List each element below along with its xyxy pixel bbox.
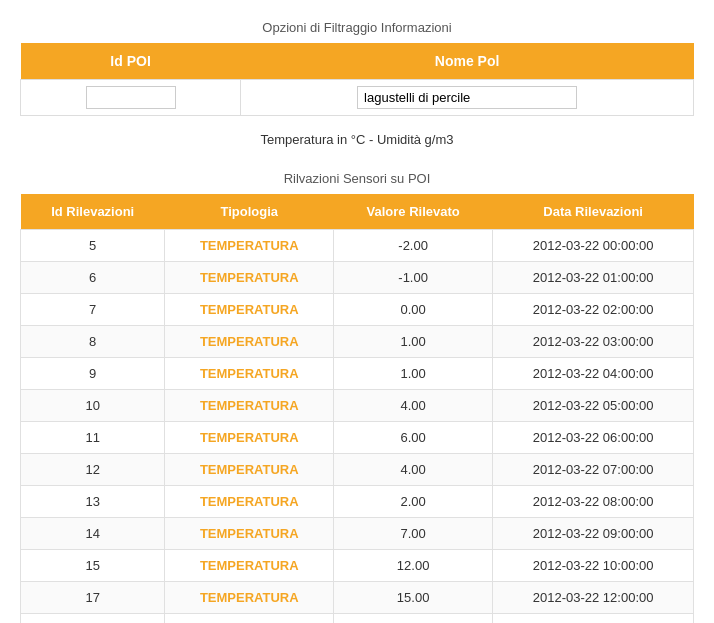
sensor-col-3: Data Rilevazioni	[493, 194, 694, 230]
filter-col-name: Nome Pol	[241, 43, 694, 80]
cell-tipo: TEMPERATURA	[165, 230, 334, 262]
cell-id: 8	[21, 326, 165, 358]
cell-tipo: TEMPERATURA	[165, 486, 334, 518]
cell-tipo: TEMPERATURA	[165, 358, 334, 390]
sensor-table: Id RilevazioniTipologiaValore RilevatoDa…	[20, 194, 694, 623]
cell-valore: 1.00	[334, 326, 493, 358]
cell-valore: 4.00	[334, 390, 493, 422]
cell-valore: 0.00	[334, 294, 493, 326]
cell-data: 2012-03-22 04:00:00	[493, 358, 694, 390]
cell-tipo: TEMPERATURA	[165, 518, 334, 550]
table-row: 6TEMPERATURA-1.002012-03-22 01:00:00	[21, 262, 694, 294]
filter-id-input[interactable]	[86, 86, 176, 109]
cell-tipo: TEMPERATURA	[165, 326, 334, 358]
cell-data: 2012-03-22 03:00:00	[493, 326, 694, 358]
cell-data: 2012-03-22 13:00:00	[493, 614, 694, 624]
table-row: 7TEMPERATURA0.002012-03-22 02:00:00	[21, 294, 694, 326]
unit-label: Temperatura in °C - Umidità g/m3	[20, 132, 694, 147]
cell-id: 14	[21, 518, 165, 550]
cell-tipo: TEMPERATURA	[165, 262, 334, 294]
table-row: 5TEMPERATURA-2.002012-03-22 00:00:00	[21, 230, 694, 262]
cell-tipo: TEMPERATURA	[165, 390, 334, 422]
filter-section-title: Opzioni di Filtraggio Informazioni	[20, 20, 694, 35]
cell-id: 7	[21, 294, 165, 326]
sensor-section-title: Rilvazioni Sensori su POI	[20, 171, 694, 186]
cell-id: 11	[21, 422, 165, 454]
cell-data: 2012-03-22 06:00:00	[493, 422, 694, 454]
cell-id: 15	[21, 550, 165, 582]
filter-col-id: Id POI	[21, 43, 241, 80]
cell-valore: 1.00	[334, 358, 493, 390]
cell-data: 2012-03-22 12:00:00	[493, 582, 694, 614]
cell-data: 2012-03-22 05:00:00	[493, 390, 694, 422]
cell-id: 17	[21, 582, 165, 614]
table-row: 8TEMPERATURA1.002012-03-22 03:00:00	[21, 326, 694, 358]
cell-id: 13	[21, 486, 165, 518]
cell-id: 10	[21, 390, 165, 422]
cell-tipo: TEMPERATURA	[165, 454, 334, 486]
cell-data: 2012-03-22 09:00:00	[493, 518, 694, 550]
cell-valore: 12.00	[334, 550, 493, 582]
cell-valore: -2.00	[334, 230, 493, 262]
cell-id: 6	[21, 262, 165, 294]
cell-data: 2012-03-22 08:00:00	[493, 486, 694, 518]
cell-tipo: TEMPERATURA	[165, 614, 334, 624]
cell-valore: 2.00	[334, 486, 493, 518]
table-row: 9TEMPERATURA1.002012-03-22 04:00:00	[21, 358, 694, 390]
cell-data: 2012-03-22 10:00:00	[493, 550, 694, 582]
table-row: 17TEMPERATURA15.002012-03-22 12:00:00	[21, 582, 694, 614]
filter-id-cell	[21, 80, 241, 116]
cell-valore: 4.00	[334, 454, 493, 486]
cell-data: 2012-03-22 01:00:00	[493, 262, 694, 294]
cell-valore: 16.00	[334, 614, 493, 624]
cell-id: 18	[21, 614, 165, 624]
cell-tipo: TEMPERATURA	[165, 550, 334, 582]
table-row: 15TEMPERATURA12.002012-03-22 10:00:00	[21, 550, 694, 582]
sensor-col-0: Id Rilevazioni	[21, 194, 165, 230]
table-row: 14TEMPERATURA7.002012-03-22 09:00:00	[21, 518, 694, 550]
cell-tipo: TEMPERATURA	[165, 582, 334, 614]
filter-name-input[interactable]	[357, 86, 577, 109]
table-row: 10TEMPERATURA4.002012-03-22 05:00:00	[21, 390, 694, 422]
cell-valore: 7.00	[334, 518, 493, 550]
sensor-col-1: Tipologia	[165, 194, 334, 230]
filter-name-cell	[241, 80, 694, 116]
cell-valore: -1.00	[334, 262, 493, 294]
cell-valore: 15.00	[334, 582, 493, 614]
sensor-col-2: Valore Rilevato	[334, 194, 493, 230]
cell-tipo: TEMPERATURA	[165, 422, 334, 454]
filter-table: Id POI Nome Pol	[20, 43, 694, 116]
table-row: 18TEMPERATURA16.002012-03-22 13:00:00	[21, 614, 694, 624]
cell-valore: 6.00	[334, 422, 493, 454]
cell-tipo: TEMPERATURA	[165, 294, 334, 326]
table-row: 11TEMPERATURA6.002012-03-22 06:00:00	[21, 422, 694, 454]
table-row: 13TEMPERATURA2.002012-03-22 08:00:00	[21, 486, 694, 518]
cell-id: 9	[21, 358, 165, 390]
cell-id: 12	[21, 454, 165, 486]
table-row: 12TEMPERATURA4.002012-03-22 07:00:00	[21, 454, 694, 486]
cell-id: 5	[21, 230, 165, 262]
cell-data: 2012-03-22 00:00:00	[493, 230, 694, 262]
cell-data: 2012-03-22 02:00:00	[493, 294, 694, 326]
cell-data: 2012-03-22 07:00:00	[493, 454, 694, 486]
